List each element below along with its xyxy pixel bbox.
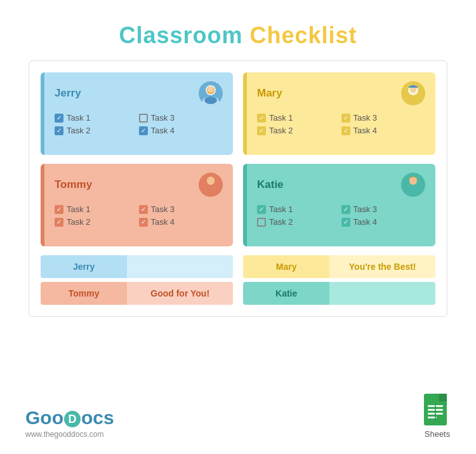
svg-point-9	[204, 188, 217, 196]
card-katie: Katie ✓ Task 1	[243, 164, 435, 246]
summary-value-tommy: Good for You!	[127, 282, 233, 305]
jerry-tasks: ✓ Task 1 Task 3 ✓ Task 2 ✓ Task 4	[55, 113, 223, 135]
card-header-tommy: Tommy	[55, 173, 223, 197]
checkbox: ✓	[139, 205, 148, 214]
brand-name: GooDocs	[25, 407, 114, 429]
brand-logo: GooDocs www.thegooddocs.com	[25, 407, 114, 439]
tommy-name: Tommy	[55, 178, 92, 191]
checkbox: ✓	[341, 126, 350, 135]
summary-col-left: Jerry Tommy Good for You!	[41, 255, 233, 305]
page-title: Classroom Checklist	[119, 22, 357, 49]
mary-name: Mary	[257, 87, 282, 100]
card-header-jerry: Jerry	[55, 81, 223, 105]
svg-point-11	[207, 177, 215, 184]
task-item: ✓ Task 3	[341, 204, 426, 214]
checkbox: ✓	[55, 218, 63, 227]
checklist-area: Jerry ✓ Task 1	[29, 60, 447, 317]
jerry-avatar	[199, 81, 223, 105]
card-mary: Mary ✓ Task 1	[243, 72, 435, 155]
checkbox: ✓	[257, 205, 266, 214]
checkbox	[257, 218, 266, 227]
svg-point-14	[409, 177, 417, 185]
cards-row-bottom: Tommy ✓ Task 1	[41, 164, 435, 246]
summary-name-tommy: Tommy	[41, 282, 127, 305]
brand-goo: Goo	[25, 407, 63, 428]
summary-value-mary: You're the Best!	[329, 255, 435, 278]
brand-ocs: ocs	[81, 407, 114, 428]
summary-value-jerry	[127, 255, 233, 278]
task-item: ✓ Task 2	[55, 217, 139, 227]
task-item: ✓ Task 4	[341, 217, 426, 227]
task-item: ✓ Task 1	[257, 113, 341, 123]
summary-name-jerry: Jerry	[41, 255, 127, 278]
task-item: ✓ Task 4	[341, 126, 426, 135]
task-item: ✓ Task 4	[139, 126, 223, 135]
task-item: ✓ Task 1	[55, 113, 139, 123]
task-item: Task 2	[257, 217, 341, 227]
checkbox: ✓	[257, 114, 266, 123]
checkbox: ✓	[139, 218, 148, 227]
svg-point-13	[407, 188, 420, 196]
cards-row-top: Jerry ✓ Task 1	[41, 72, 435, 155]
summary-row-mary: Mary You're the Best!	[243, 255, 435, 278]
title-checklist: Checklist	[250, 22, 357, 48]
summary-value-katie	[329, 282, 435, 305]
checkbox: ✓	[341, 205, 350, 214]
footer: GooDocs www.thegooddocs.com Sheets	[0, 378, 476, 454]
card-jerry: Jerry ✓ Task 1	[41, 72, 233, 155]
svg-point-3	[208, 86, 214, 93]
summary-row-tommy: Tommy Good for You!	[41, 282, 233, 305]
task-item: ✓ Task 1	[257, 204, 341, 214]
task-item: ✓ Task 3	[341, 113, 426, 123]
summary-rows: Jerry Tommy Good for You! Mary You're th…	[41, 255, 435, 305]
katie-name: Katie	[257, 178, 284, 191]
card-header-katie: Katie	[257, 173, 425, 197]
sheets-icon-container: Sheets	[424, 394, 451, 439]
tommy-tasks: ✓ Task 1 ✓ Task 3 ✓ Task 2 ✓ Task 4	[55, 204, 223, 227]
card-tommy: Tommy ✓ Task 1	[41, 164, 233, 246]
checkbox: ✓	[257, 126, 266, 135]
sheets-icon-svg	[424, 394, 451, 427]
checkbox: ✓	[55, 114, 63, 123]
checkbox: ✓	[55, 205, 63, 214]
sheets-label: Sheets	[425, 429, 450, 439]
summary-name-katie: Katie	[243, 282, 329, 305]
svg-point-7	[407, 97, 420, 104]
summary-row-katie: Katie	[243, 282, 435, 305]
summary-row-jerry: Jerry	[41, 255, 233, 278]
svg-rect-16	[439, 394, 447, 401]
checkbox: ✓	[139, 126, 148, 135]
card-header-mary: Mary	[257, 81, 425, 105]
summary-name-mary: Mary	[243, 255, 329, 278]
checkbox: ✓	[341, 218, 350, 227]
task-item: ✓ Task 3	[139, 204, 223, 214]
brand-d: D	[64, 411, 81, 427]
task-item: Task 3	[139, 113, 223, 123]
task-item: ✓ Task 2	[55, 126, 139, 135]
svg-point-4	[204, 97, 217, 104]
brand-url: www.thegooddocs.com	[25, 430, 114, 439]
mary-tasks: ✓ Task 1 ✓ Task 3 ✓ Task 2 ✓ Task 4	[257, 113, 425, 135]
checkbox: ✓	[55, 126, 63, 135]
checkbox: ✓	[341, 114, 350, 123]
tommy-avatar	[199, 173, 223, 197]
title-classroom: Classroom	[119, 22, 242, 48]
task-item: ✓ Task 1	[55, 204, 139, 214]
summary-col-right: Mary You're the Best! Katie	[243, 255, 435, 305]
task-item: ✓ Task 4	[139, 217, 223, 227]
jerry-name: Jerry	[55, 87, 81, 100]
main-container: Classroom Checklist Jerry	[0, 0, 476, 454]
katie-tasks: ✓ Task 1 ✓ Task 3 Task 2 ✓ Task 4	[257, 204, 425, 227]
task-item: ✓ Task 2	[257, 126, 341, 135]
katie-avatar	[401, 173, 425, 197]
checkbox	[139, 114, 148, 123]
mary-avatar	[401, 81, 425, 105]
